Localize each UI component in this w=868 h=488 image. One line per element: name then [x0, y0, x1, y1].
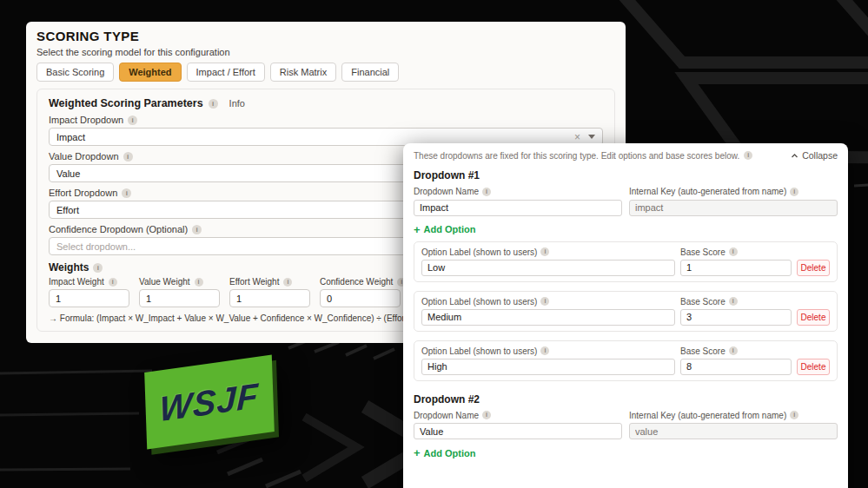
options-editor-panel: These dropdowns are fixed for this scori…: [403, 143, 848, 488]
info-icon[interactable]: [729, 247, 738, 256]
impact-weight-input[interactable]: [49, 289, 129, 307]
tab-weighted[interactable]: Weighted: [119, 63, 181, 82]
value-weight-label: Value Weight: [139, 277, 190, 287]
dropdown-2-name-input[interactable]: [414, 423, 622, 439]
impact-weight-label: Impact Weight: [49, 277, 104, 287]
base-score-header: Base Score: [680, 247, 726, 257]
effort-dropdown-label: Effort Dropdown: [49, 188, 117, 198]
tab-risk-matrix[interactable]: Risk Matrix: [270, 63, 336, 82]
chevron-up-icon: [791, 152, 798, 160]
confidence-weight-label: Confidence Weight: [320, 277, 393, 287]
dropdown-name-label: Dropdown Name: [414, 411, 479, 420]
option-row: Option Label (shown to users) Base Score…: [414, 241, 838, 282]
option-label-header: Option Label (shown to users): [421, 297, 537, 307]
delete-option-button[interactable]: Delete: [797, 260, 830, 276]
collapse-button[interactable]: Collapse: [791, 150, 838, 161]
fixed-dropdowns-notice: These dropdowns are fixed for this scori…: [414, 151, 739, 161]
option-label-input[interactable]: [421, 359, 675, 375]
wsjf-sticker-text: WSJF: [159, 375, 260, 429]
tab-basic-scoring[interactable]: Basic Scoring: [36, 63, 114, 82]
option-row: Option Label (shown to users) Base Score…: [414, 340, 838, 381]
info-icon[interactable]: [192, 225, 202, 234]
dropdown-2-internal-key-input: [629, 423, 838, 439]
base-score-input[interactable]: [680, 260, 792, 276]
info-icon[interactable]: [195, 278, 203, 287]
section-title: Weighted Scoring Parameters: [49, 97, 203, 109]
option-row: Option Label (shown to users) Base Score…: [414, 291, 838, 332]
delete-option-button[interactable]: Delete: [797, 359, 830, 375]
weights-title: Weights: [49, 261, 89, 274]
info-icon[interactable]: [790, 411, 798, 419]
effort-weight-label: Effort Weight: [229, 277, 279, 287]
option-label-input[interactable]: [421, 309, 675, 326]
info-icon[interactable]: [109, 278, 117, 287]
info-icon[interactable]: [744, 151, 752, 160]
base-score-header: Base Score: [680, 297, 726, 307]
impact-dropdown-label: Impact Dropdown: [49, 115, 123, 125]
info-icon[interactable]: [790, 188, 798, 196]
info-link[interactable]: Info: [229, 98, 245, 109]
delete-option-button[interactable]: Delete: [797, 309, 830, 326]
info-icon[interactable]: [122, 188, 131, 198]
page-title: SCORING TYPE: [36, 29, 615, 43]
info-icon[interactable]: [540, 297, 549, 306]
info-icon[interactable]: [209, 99, 218, 109]
tab-impact-effort[interactable]: Impact / Effort: [187, 63, 265, 82]
add-option-button[interactable]: + Add Option: [414, 224, 475, 235]
plus-icon: +: [414, 224, 421, 235]
option-label-header: Option Label (shown to users): [421, 346, 537, 356]
internal-key-label: Internal Key (auto-generated from name): [629, 411, 786, 420]
info-icon[interactable]: [729, 346, 738, 355]
confidence-weight-input[interactable]: [320, 289, 401, 307]
info-icon[interactable]: [128, 115, 137, 125]
info-icon[interactable]: [482, 411, 491, 419]
effort-weight-input[interactable]: [229, 289, 310, 307]
dropdown-name-label: Dropdown Name: [414, 187, 479, 196]
value-dropdown-label: Value Dropdown: [49, 151, 119, 162]
dropdown-1-title: Dropdown #1: [414, 169, 838, 181]
tab-financial[interactable]: Financial: [341, 63, 399, 82]
scoring-model-tabs: Basic Scoring Weighted Impact / Effort R…: [36, 63, 615, 82]
page-subtitle: Select the scoring model for this config…: [36, 47, 615, 57]
base-score-header: Base Score: [680, 346, 726, 356]
info-icon[interactable]: [482, 188, 491, 196]
info-icon[interactable]: [540, 346, 549, 355]
option-label-header: Option Label (shown to users): [421, 247, 537, 257]
chevron-down-icon: [588, 135, 595, 139]
option-label-input[interactable]: [421, 260, 675, 276]
dropdown-2-title: Dropdown #2: [414, 393, 838, 406]
plus-icon: +: [414, 447, 421, 458]
info-icon[interactable]: [283, 278, 292, 287]
info-icon[interactable]: [93, 263, 103, 273]
dropdown-1-internal-key-input: [629, 200, 838, 216]
dropdown-1-name-input[interactable]: [414, 200, 622, 216]
base-score-input[interactable]: [680, 309, 792, 326]
confidence-dropdown-label: Confidence Dropdown (Optional): [49, 224, 188, 234]
info-icon[interactable]: [540, 247, 549, 256]
impact-dropdown-value: Impact: [56, 132, 574, 142]
base-score-input[interactable]: [680, 359, 792, 375]
info-icon[interactable]: [729, 297, 738, 306]
info-icon[interactable]: [123, 152, 133, 162]
clear-icon[interactable]: ×: [574, 132, 580, 142]
value-weight-input[interactable]: [139, 289, 220, 307]
add-option-button[interactable]: + Add Option: [414, 447, 475, 458]
internal-key-label: Internal Key (auto-generated from name): [629, 187, 786, 196]
